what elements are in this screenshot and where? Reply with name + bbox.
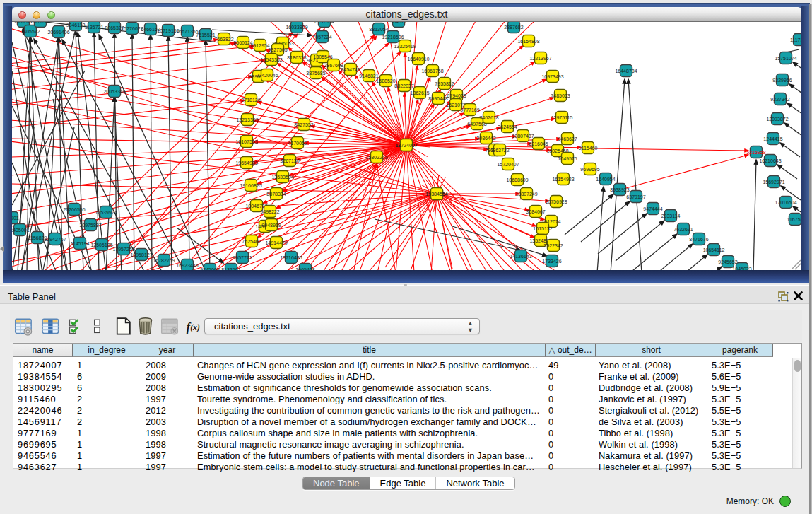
svg-text:12539924: 12539924	[95, 210, 117, 215]
svg-text:8990448: 8990448	[428, 96, 447, 101]
svg-text:16782759: 16782759	[153, 258, 175, 263]
svg-text:16154808: 16154808	[517, 39, 539, 44]
svg-text:7632621: 7632621	[673, 227, 693, 232]
svg-text:18724007: 18724007	[395, 143, 417, 148]
svg-text:16154923: 16154923	[552, 177, 574, 182]
svg-text:2718126: 2718126	[241, 98, 260, 103]
svg-text:1405572: 1405572	[20, 29, 40, 34]
svg-text:9046113: 9046113	[66, 23, 86, 28]
svg-text:15276027: 15276027	[121, 26, 143, 31]
svg-text:12975115: 12975115	[551, 115, 573, 120]
svg-text:9115460: 9115460	[579, 146, 598, 151]
svg-text:6379197: 6379197	[626, 194, 645, 199]
svg-text:16923446: 16923446	[176, 263, 198, 268]
svg-text:4170062: 4170062	[288, 141, 307, 146]
svg-text:19654983: 19654983	[235, 160, 257, 165]
svg-text:13716485: 13716485	[280, 255, 302, 260]
svg-text:8427552: 8427552	[294, 122, 313, 127]
svg-text:8878334: 8878334	[266, 192, 286, 197]
svg-text:1117382: 1117382	[790, 37, 801, 42]
svg-text:16210643: 16210643	[759, 158, 781, 163]
svg-text:16033809: 16033809	[286, 25, 307, 30]
svg-text:9657771: 9657771	[233, 255, 252, 260]
svg-text:7663822: 7663822	[214, 37, 233, 42]
svg-text:13325419: 13325419	[394, 44, 416, 49]
svg-text:10756928: 10756928	[545, 199, 567, 204]
svg-text:9327505: 9327505	[268, 47, 287, 52]
svg-text:6216045: 6216045	[529, 141, 548, 146]
svg-text:23420046: 23420046	[256, 73, 278, 78]
svg-text:1435001: 1435001	[12, 228, 30, 233]
svg-text:12213967: 12213967	[529, 56, 551, 61]
svg-text:1649575: 1649575	[558, 156, 577, 161]
svg-text:7625402: 7625402	[242, 239, 261, 244]
svg-text:16107553: 16107553	[235, 139, 257, 144]
svg-text:9146821: 9146821	[359, 74, 378, 78]
svg-text:8454749: 8454749	[341, 67, 360, 72]
svg-text:9227342: 9227342	[770, 97, 789, 102]
svg-text:18807249: 18807249	[515, 192, 537, 197]
svg-text:10688609: 10688609	[506, 177, 528, 182]
svg-text:1305546: 1305546	[313, 54, 332, 59]
svg-text:1045023: 1045023	[732, 267, 751, 271]
svg-text:1362615: 1362615	[410, 90, 429, 95]
svg-text:3267130: 3267130	[280, 158, 299, 163]
svg-text:7485063: 7485063	[551, 93, 570, 98]
svg-text:10958127: 10958127	[130, 252, 152, 257]
svg-text:20691406: 20691406	[47, 30, 69, 35]
svg-text:8322037: 8322037	[394, 83, 413, 88]
svg-text:8912954: 8912954	[250, 43, 269, 48]
svg-text:1621072: 1621072	[446, 103, 465, 107]
svg-text:15720407: 15720407	[497, 162, 519, 167]
svg-text:2522342: 2522342	[543, 243, 563, 248]
svg-text:12213369: 12213369	[236, 117, 258, 122]
svg-text:1135721: 1135721	[85, 25, 104, 30]
svg-text:15302275: 15302275	[365, 155, 387, 160]
svg-text:4863722: 4863722	[490, 148, 509, 153]
svg-text:9463627: 9463627	[558, 136, 577, 141]
svg-text:8131054: 8131054	[314, 22, 334, 24]
svg-text:3084067: 3084067	[526, 209, 545, 214]
svg-text:19218506: 19218506	[382, 35, 404, 40]
svg-text:9699695: 9699695	[580, 167, 599, 172]
svg-text:13533594: 13533594	[271, 175, 293, 180]
svg-text:7462618: 7462618	[479, 115, 498, 120]
svg-text:12505185: 12505185	[90, 243, 112, 247]
svg-text:9948919: 9948919	[261, 223, 281, 228]
svg-text:2036442: 2036442	[476, 136, 495, 141]
svg-text:(x): (x)	[190, 323, 200, 332]
svg-text:8938923: 8938923	[610, 187, 629, 192]
svg-text:17016504: 17016504	[775, 200, 796, 205]
svg-text:15751074: 15751074	[775, 56, 796, 61]
svg-text:16543362: 16543362	[260, 57, 282, 62]
svg-text:8186328: 8186328	[287, 55, 306, 60]
svg-text:1065408: 1065408	[295, 267, 314, 271]
svg-text:1640954: 1640954	[596, 177, 615, 182]
svg-text:2069140: 2069140	[30, 22, 49, 24]
svg-text:9474444: 9474444	[643, 206, 662, 211]
svg-text:5215958: 5215958	[746, 150, 765, 155]
svg-text:8132561: 8132561	[221, 267, 240, 271]
svg-text:20053346: 20053346	[103, 89, 125, 94]
svg-text:30975887: 30975887	[79, 223, 101, 228]
svg-text:2887682: 2887682	[504, 25, 523, 30]
svg-text:9245652: 9245652	[718, 259, 737, 264]
svg-text:7515521: 7515521	[196, 33, 215, 37]
svg-text:1244415: 1244415	[763, 136, 782, 141]
svg-text:19384554: 19384554	[425, 192, 447, 197]
svg-text:12942757: 12942757	[44, 237, 66, 242]
svg-text:12093872: 12093872	[766, 117, 788, 122]
svg-text:8471676: 8471676	[689, 237, 708, 242]
svg-text:3624554: 3624554	[498, 124, 517, 129]
svg-text:19166825: 19166825	[240, 183, 261, 188]
svg-text:9498222: 9498222	[260, 209, 279, 214]
svg-text:9777169: 9777169	[460, 107, 479, 112]
svg-text:16671355: 16671355	[176, 29, 198, 34]
svg-text:7955812: 7955812	[435, 81, 454, 86]
svg-text:14136141: 14136141	[510, 254, 531, 259]
svg-text:15692971: 15692971	[763, 180, 784, 185]
svg-text:1615132: 1615132	[533, 226, 552, 231]
svg-text:1733426: 1733426	[542, 259, 561, 264]
svg-text:16448784: 16448784	[615, 69, 637, 74]
svg-text:964821: 964821	[390, 22, 406, 24]
